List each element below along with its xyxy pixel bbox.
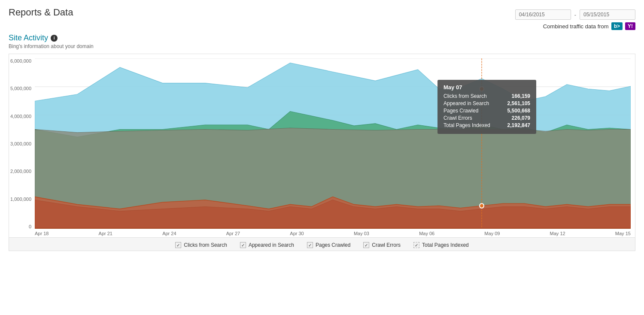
x-label-may15: May 15 xyxy=(615,231,631,236)
y-axis: 6,000,000 5,000,000 4,000,000 3,000,000 … xyxy=(9,58,34,229)
tooltip-val-5: 2,192,847 xyxy=(507,122,530,128)
section-title: Site Activity xyxy=(9,33,48,42)
traffic-label: Combined traffic data from xyxy=(543,23,609,30)
legend-label-indexed: Total Pages Indexed xyxy=(422,242,469,248)
tooltip-label-1: Clicks from Search xyxy=(444,93,487,99)
tooltip-label-3: Pages Crawled xyxy=(444,108,478,114)
tooltip-row-3: Pages Crawled 5,500,668 xyxy=(444,108,530,114)
legend-total-pages-indexed[interactable]: ✓ Total Pages Indexed xyxy=(413,242,469,248)
x-label-apr18: Apr 18 xyxy=(35,231,49,236)
y-label-5m: 5,000,000 xyxy=(10,86,31,91)
yahoo-logo: Y! xyxy=(625,22,635,30)
y-label-3m: 3,000,000 xyxy=(10,141,31,146)
chart-area: May 07 Clicks from Search 166,159 Appear… xyxy=(35,58,631,229)
chart-svg xyxy=(35,58,631,229)
tooltip-row-5: Total Pages Indexed 2,192,847 xyxy=(444,122,530,128)
legend-appeared-in-search[interactable]: ✓ Appeared in Search xyxy=(240,242,294,248)
header-row: Reports & Data - Combined traffic data f… xyxy=(9,7,635,30)
x-label-may06: May 06 xyxy=(419,231,434,236)
end-date-input[interactable] xyxy=(580,9,635,20)
section-title-row: Site Activity i xyxy=(9,33,635,42)
tooltip-val-2: 2,561,105 xyxy=(507,100,530,106)
y-label-4m: 4,000,000 xyxy=(10,114,31,119)
legend-label-crawled: Pages Crawled xyxy=(316,242,350,248)
y-label-0: 0 xyxy=(29,224,31,229)
legend-check-indexed: ✓ xyxy=(413,242,419,248)
tooltip-val-1: 166,159 xyxy=(512,93,530,99)
x-label-apr30: Apr 30 xyxy=(290,231,304,236)
legend-check-crawled: ✓ xyxy=(307,242,313,248)
legend-label-clicks: Clicks from Search xyxy=(184,242,227,248)
y-label-6m: 6,000,000 xyxy=(10,58,31,64)
tooltip-row-2: Appeared in Search 2,561,105 xyxy=(444,100,530,106)
legend-pages-crawled[interactable]: ✓ Pages Crawled xyxy=(307,242,350,248)
tooltip-val-4: 226,079 xyxy=(512,115,530,121)
x-label-apr21: Apr 21 xyxy=(99,231,112,236)
section-subtitle: Bing's information about your domain xyxy=(9,43,635,49)
tooltip-label-5: Total Pages Indexed xyxy=(444,122,490,128)
chart-container: 6,000,000 5,000,000 4,000,000 3,000,000 … xyxy=(9,54,635,251)
legend: ✓ Clicks from Search ✓ Appeared in Searc… xyxy=(9,237,635,251)
date-range: - xyxy=(515,9,635,20)
tooltip-label-2: Appeared in Search xyxy=(444,100,489,106)
svg-point-14 xyxy=(480,203,484,208)
y-label-2m: 2,000,000 xyxy=(10,169,31,174)
legend-label-errors: Crawl Errors xyxy=(372,242,401,248)
page: Reports & Data - Combined traffic data f… xyxy=(0,0,644,258)
x-label-may12: May 12 xyxy=(550,231,565,236)
page-title: Reports & Data xyxy=(9,7,73,18)
tooltip-val-3: 5,500,668 xyxy=(507,108,530,114)
legend-clicks-from-search[interactable]: ✓ Clicks from Search xyxy=(175,242,227,248)
legend-check-clicks: ✓ xyxy=(175,242,181,248)
bing-logo: b> xyxy=(611,22,623,30)
legend-check-appeared: ✓ xyxy=(240,242,246,248)
x-label-may03: May 03 xyxy=(354,231,369,236)
x-label-may09: May 09 xyxy=(484,231,500,236)
x-label-apr24: Apr 24 xyxy=(162,231,176,236)
tooltip-date: May 07 xyxy=(444,84,530,91)
y-label-1m: 1,000,000 xyxy=(10,197,31,202)
legend-check-errors: ✓ xyxy=(363,242,369,248)
tooltip-row-1: Clicks from Search 166,159 xyxy=(444,93,530,99)
legend-label-appeared: Appeared in Search xyxy=(249,242,294,248)
legend-crawl-errors[interactable]: ✓ Crawl Errors xyxy=(363,242,401,248)
date-separator: - xyxy=(574,12,576,18)
info-icon[interactable]: i xyxy=(51,35,58,42)
tooltip: May 07 Clicks from Search 166,159 Appear… xyxy=(437,80,536,134)
x-label-apr27: Apr 27 xyxy=(226,231,240,236)
start-date-input[interactable] xyxy=(515,9,571,20)
tooltip-label-4: Crawl Errors xyxy=(444,115,472,121)
traffic-source: Combined traffic data from b> Y! xyxy=(543,22,635,30)
tooltip-row-4: Crawl Errors 226,079 xyxy=(444,115,530,121)
